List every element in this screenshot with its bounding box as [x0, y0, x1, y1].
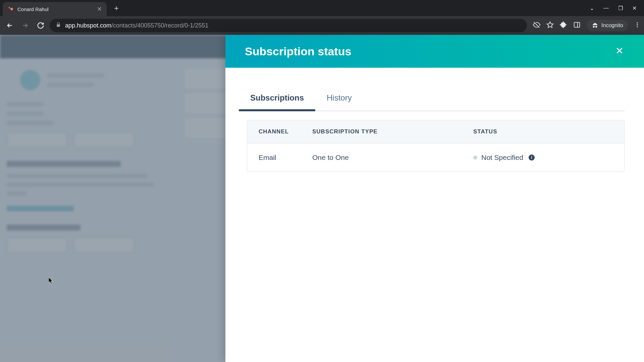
reload-button[interactable] — [34, 19, 47, 32]
svg-point-6 — [637, 22, 638, 23]
info-icon[interactable]: i — [529, 155, 535, 161]
tab-search-icon[interactable]: ⌄ — [590, 5, 594, 11]
panel-title: Subscription status — [245, 45, 351, 58]
table-row[interactable]: Email One to One Not Specified i — [247, 143, 624, 172]
tab-subscriptions[interactable]: Subscriptions — [239, 88, 315, 111]
subscriptions-table: CHANNEL SUBSCRIPTION TYPE STATUS Email O… — [247, 120, 625, 172]
side-panel-icon[interactable] — [573, 21, 581, 30]
back-button[interactable] — [3, 19, 16, 32]
svg-marker-3 — [547, 22, 553, 27]
modal-backdrop[interactable] — [0, 35, 225, 362]
browser-tab[interactable]: Conard Rahul ✕ — [3, 2, 107, 16]
window-close-button[interactable]: ✕ — [632, 5, 637, 11]
panel-close-button[interactable] — [614, 46, 625, 57]
lock-icon — [56, 22, 61, 29]
status-text: Not Specified — [481, 154, 523, 162]
address-bar[interactable]: app.hubspot.com/contacts/40055750/record… — [50, 19, 527, 32]
column-header-channel: CHANNEL — [259, 128, 312, 135]
eye-off-icon[interactable] — [533, 21, 540, 30]
extensions-icon[interactable] — [560, 21, 567, 30]
cell-type: One to One — [312, 154, 473, 162]
new-tab-button[interactable]: ＋ — [113, 3, 120, 13]
svg-rect-4 — [574, 22, 580, 27]
status-dot-icon — [473, 156, 477, 160]
svg-point-8 — [637, 26, 638, 27]
window-maximize-button[interactable]: ❐ — [618, 5, 623, 11]
incognito-badge[interactable]: Incognito — [587, 20, 628, 31]
svg-point-0 — [10, 8, 13, 10]
svg-point-1 — [9, 7, 10, 8]
tab-history[interactable]: History — [315, 88, 363, 111]
window-controls: ⌄ ― ❐ ✕ — [590, 5, 644, 11]
column-header-status: STATUS — [473, 128, 613, 135]
cell-status: Not Specified i — [473, 154, 613, 162]
tab-close-icon[interactable]: ✕ — [97, 5, 102, 13]
tab-title: Conard Rahul — [17, 6, 94, 12]
browser-nav-bar: app.hubspot.com/contacts/40055750/record… — [0, 16, 644, 35]
forward-button[interactable] — [19, 19, 32, 32]
hubspot-favicon-icon — [7, 6, 14, 12]
chrome-menu-icon[interactable] — [634, 21, 641, 29]
column-header-type: SUBSCRIPTION TYPE — [312, 128, 473, 135]
subscription-status-panel: Subscription status Subscriptions Histor… — [225, 35, 644, 362]
url-text: app.hubspot.com/contacts/40055750/record… — [65, 22, 208, 29]
table-header-row: CHANNEL SUBSCRIPTION TYPE STATUS — [247, 120, 624, 143]
bookmark-star-icon[interactable] — [546, 21, 554, 30]
cell-channel: Email — [259, 154, 312, 162]
browser-tab-bar: Conard Rahul ✕ ＋ ⌄ ― ❐ ✕ — [0, 0, 644, 16]
svg-point-7 — [637, 24, 638, 25]
panel-tabs: Subscriptions History — [239, 88, 625, 111]
svg-line-2 — [10, 8, 11, 9]
panel-header: Subscription status — [225, 35, 644, 68]
window-minimize-button[interactable]: ― — [603, 5, 609, 11]
